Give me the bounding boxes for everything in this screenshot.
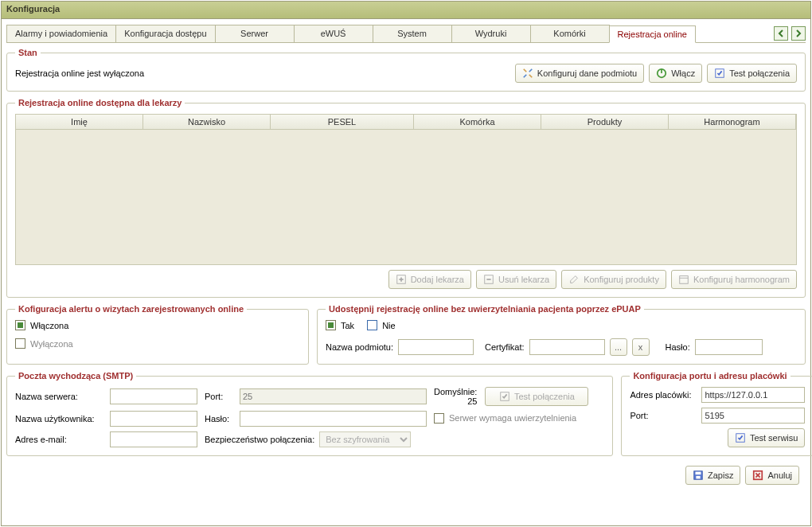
lekarze-legend: Rejestracja online dostępna dla lekarzy bbox=[15, 98, 185, 107]
smtp-legend: Poczta wychodząca (SMTP) bbox=[15, 371, 136, 381]
test-icon bbox=[714, 68, 725, 79]
col-nazwisko[interactable]: Nazwisko bbox=[143, 115, 271, 129]
tab-alarmy[interactable]: Alarmy i powiadomienia bbox=[6, 25, 116, 42]
checkbox-label: Włączona bbox=[30, 321, 68, 330]
calendar-icon bbox=[678, 274, 689, 285]
col-komorka[interactable]: Komórka bbox=[414, 115, 541, 129]
test-polaczenia-button[interactable]: Test połączenia bbox=[707, 64, 797, 83]
smtp-group: Poczta wychodząca (SMTP) Nazwa serwera: … bbox=[6, 371, 613, 456]
nazwa-podmiotu-input[interactable] bbox=[398, 339, 474, 355]
stan-status: Rejestracja online jest wyłączona bbox=[15, 68, 144, 78]
tab-konfiguracja-dostepu[interactable]: Konfiguracja dostępu bbox=[115, 25, 215, 42]
smtp-default-label: Domyślnie: 25 bbox=[434, 387, 482, 406]
konfiguruj-produkty-button[interactable]: Konfiguruj produkty bbox=[561, 270, 666, 289]
tab-prev-button[interactable] bbox=[774, 26, 788, 41]
col-harmonogram[interactable]: Harmonogram bbox=[669, 115, 796, 129]
lekarze-group: Rejestracja online dostępna dla lekarzy … bbox=[6, 98, 806, 298]
nazwa-podmiotu-label: Nazwa podmiotu: bbox=[326, 342, 393, 352]
port-input[interactable] bbox=[701, 408, 805, 424]
smtp-server-label: Nazwa serwera: bbox=[15, 392, 107, 401]
epuap-legend: Udostępnij rejestrację online bez uwierz… bbox=[326, 304, 644, 314]
save-icon bbox=[693, 470, 704, 481]
epuap-tak-checkbox[interactable]: Tak bbox=[326, 320, 354, 330]
smtp-server-input[interactable] bbox=[110, 388, 197, 404]
smtp-port-input[interactable] bbox=[240, 388, 427, 404]
tab-bar: Alarmy i powiadomienia Konfiguracja dost… bbox=[6, 24, 806, 43]
button-label: Anuluj bbox=[767, 470, 792, 480]
usun-lekarza-button[interactable]: Usuń lekarza bbox=[476, 270, 556, 289]
button-label: Test połączenia bbox=[729, 68, 790, 78]
smtp-pass-input[interactable] bbox=[240, 411, 427, 427]
button-label: Włącz bbox=[671, 68, 695, 78]
smtp-email-label: Adres e-mail: bbox=[15, 435, 107, 444]
col-produkty[interactable]: Produkty bbox=[541, 115, 669, 129]
smtp-user-input[interactable] bbox=[110, 411, 197, 427]
dodaj-lekarza-button[interactable]: Dodaj lekarza bbox=[388, 270, 471, 289]
tab-serwer[interactable]: Serwer bbox=[215, 25, 295, 42]
lekarze-table[interactable]: Imię Nazwisko PESEL Komórka Produkty Har… bbox=[15, 114, 797, 265]
chevron-right-icon bbox=[794, 29, 802, 37]
col-pesel[interactable]: PESEL bbox=[271, 115, 414, 129]
alert-group: Kofiguracja alertu o wizytach zarejestro… bbox=[6, 304, 309, 365]
port-legend: Konfiguracja portu i adresu placówki bbox=[630, 371, 790, 381]
certyfikat-browse-button[interactable]: ... bbox=[610, 338, 627, 356]
smtp-auth-checkbox[interactable]: Serwer wymaga uwierzytelnienia bbox=[434, 413, 576, 424]
test-icon bbox=[735, 432, 746, 443]
smtp-user-label: Nazwa użytkownika: bbox=[15, 414, 107, 424]
certyfikat-clear-button[interactable]: x bbox=[632, 338, 650, 356]
tools-icon bbox=[522, 68, 533, 79]
test-icon bbox=[499, 391, 510, 402]
checkbox-icon bbox=[15, 338, 25, 349]
alert-legend: Kofiguracja alertu o wizytach zarejestro… bbox=[15, 304, 247, 314]
button-label: Konfiguruj produkty bbox=[584, 275, 659, 284]
edit-icon bbox=[568, 274, 580, 285]
checkbox-label: Serwer wymaga uwierzytelnienia bbox=[449, 413, 576, 423]
plus-icon bbox=[396, 274, 407, 285]
cancel-icon bbox=[752, 470, 763, 481]
konfiguruj-dane-podmiotu-button[interactable]: Konfiguruj dane podmiotu bbox=[515, 64, 644, 83]
checkbox-icon bbox=[434, 413, 444, 424]
test-serwisu-button[interactable]: Test serwisu bbox=[728, 428, 806, 447]
tab-next-button[interactable] bbox=[791, 26, 806, 41]
chevron-left-icon bbox=[777, 29, 785, 37]
svg-rect-8 bbox=[680, 276, 689, 284]
button-label: Dodaj lekarza bbox=[411, 275, 464, 284]
minus-icon bbox=[483, 274, 494, 285]
epuap-nie-checkbox[interactable]: Nie bbox=[367, 320, 396, 330]
smtp-port-label: Port: bbox=[205, 392, 236, 401]
konfiguruj-harmonogram-button[interactable]: Konfiguruj harmonogram bbox=[671, 270, 797, 289]
haslo-input[interactable] bbox=[695, 339, 763, 355]
button-label: ... bbox=[615, 342, 622, 352]
stan-legend: Stan bbox=[15, 48, 41, 57]
checkbox-icon bbox=[326, 320, 336, 330]
tab-ewus[interactable]: eWUŚ bbox=[294, 25, 373, 42]
smtp-test-button[interactable]: Test połączenia bbox=[485, 387, 588, 406]
epuap-group: Udostępnij rejestrację online bez uwierz… bbox=[317, 304, 806, 365]
port-label: Port: bbox=[630, 411, 701, 420]
col-imie[interactable]: Imię bbox=[16, 115, 143, 129]
window-title: Konfiguracja bbox=[2, 2, 810, 19]
alert-wylaczona-checkbox[interactable]: Wyłączona bbox=[15, 338, 300, 349]
haslo-label: Hasło: bbox=[666, 342, 690, 352]
adres-placowki-input[interactable] bbox=[701, 387, 805, 403]
wlacz-button[interactable]: Włącz bbox=[649, 64, 702, 83]
certyfikat-label: Certyfikat: bbox=[485, 342, 525, 352]
checkbox-label: Wyłączona bbox=[30, 339, 73, 349]
button-label: Konfiguruj dane podmiotu bbox=[537, 68, 637, 78]
tab-rejestracja-online[interactable]: Rejestracja online bbox=[609, 25, 696, 43]
adres-placowki-label: Adres placówki: bbox=[630, 390, 701, 400]
smtp-email-input[interactable] bbox=[110, 431, 197, 447]
anuluj-button[interactable]: Anuluj bbox=[745, 466, 799, 485]
smtp-pass-label: Hasło: bbox=[205, 414, 236, 424]
port-group: Konfiguracja portu i adresu placówki Adr… bbox=[621, 371, 812, 456]
tab-system[interactable]: System bbox=[373, 25, 452, 42]
tab-wydruki[interactable]: Wydruki bbox=[451, 25, 531, 42]
smtp-sec-select[interactable]: Bez szyfrowania bbox=[319, 431, 411, 447]
tab-komorki[interactable]: Komórki bbox=[530, 25, 610, 42]
button-label: Test połączenia bbox=[514, 392, 575, 401]
button-label: Test serwisu bbox=[750, 433, 798, 443]
checkbox-label: Tak bbox=[341, 321, 354, 330]
certyfikat-input[interactable] bbox=[529, 339, 605, 355]
zapisz-button[interactable]: Zapisz bbox=[685, 466, 740, 485]
alert-wlaczona-checkbox[interactable]: Włączona bbox=[15, 320, 300, 330]
